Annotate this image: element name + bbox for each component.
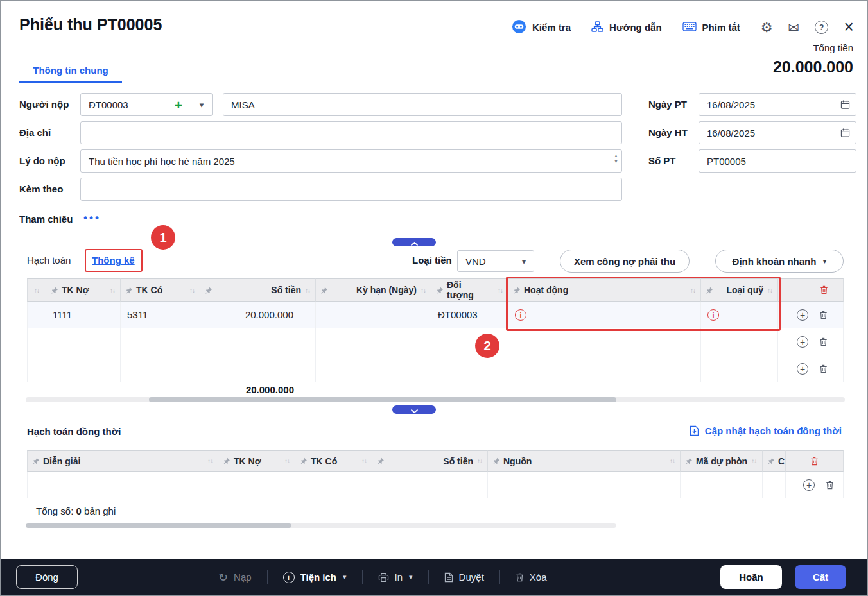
cell-doi-tuong[interactable] (431, 355, 508, 382)
header-cell-loai-quy[interactable]: Loại quỹ ↑↓ (701, 278, 778, 302)
reason-spinner[interactable]: ▲ ▼ (614, 153, 618, 164)
cell-tk-no[interactable] (46, 328, 121, 355)
cell-tk-co[interactable] (295, 472, 372, 498)
view-debt-button[interactable]: Xem công nợ phải thu (560, 250, 690, 273)
reload-button[interactable]: ↻ Nạp (218, 572, 252, 583)
cell-ma-du-phong[interactable] (681, 472, 763, 498)
cell-tk-co[interactable] (121, 355, 200, 382)
postpone-button[interactable]: Hoãn (720, 565, 782, 589)
calendar-icon[interactable] (840, 100, 850, 110)
add-row-icon[interactable]: + (797, 336, 808, 348)
cell-ky-han[interactable] (316, 328, 431, 355)
mail-icon[interactable]: ✉ (788, 21, 800, 34)
header-cell-ky-han[interactable]: Kỳ hạn (Ngày) ↑↓ (316, 278, 431, 302)
close-button[interactable]: Đóng (16, 565, 78, 589)
cell-tk-no[interactable]: 1111 (46, 302, 121, 328)
header-cell-so-tien[interactable]: Số tiền ↑↓ (372, 450, 488, 472)
close-icon[interactable]: × (844, 19, 854, 36)
pin-icon[interactable] (300, 457, 307, 464)
cell-hoat-dong[interactable]: i (508, 302, 701, 328)
cell-c[interactable] (763, 472, 786, 498)
cell-tk-co[interactable]: 5311 (121, 302, 200, 328)
payer-caret-icon[interactable]: ▾ (191, 93, 213, 116)
tab-thong-tin-chung[interactable]: Thông tin chung (19, 63, 122, 83)
warning-info-icon[interactable]: i (707, 309, 719, 321)
header-cell-tk-co[interactable]: TK Có ↑↓ (121, 278, 200, 302)
add-row-icon[interactable]: + (797, 309, 808, 321)
pin-icon[interactable] (768, 457, 774, 464)
cell-loai-quy[interactable]: i (701, 302, 778, 328)
receipt-no-input[interactable]: PT00005 (699, 149, 856, 173)
cell-loai-quy[interactable] (701, 355, 778, 382)
help-icon[interactable]: ? (815, 21, 828, 34)
print-button[interactable]: In ▾ (378, 572, 413, 583)
guide-button[interactable]: Hướng dẫn (591, 21, 662, 34)
save-button[interactable]: Cất (795, 565, 846, 589)
cell-drag[interactable] (27, 355, 46, 382)
cell-ky-han[interactable] (316, 302, 431, 328)
quick-entry-button[interactable]: Định khoản nhanh ▾ (715, 250, 844, 273)
pin-icon[interactable] (321, 287, 327, 294)
simultaneous-title-link[interactable]: Hạch toán đồng thời (27, 426, 121, 437)
pin-icon[interactable] (706, 287, 713, 294)
cell-tk-no[interactable] (218, 472, 295, 498)
header-cell-delete-all[interactable] (778, 278, 844, 302)
posting-date-input[interactable]: 16/08/2025 (699, 121, 856, 144)
gear-icon[interactable]: ⚙ (761, 21, 773, 34)
header-cell-tk-co[interactable]: TK Có ↑↓ (295, 450, 372, 472)
check-button[interactable]: Kiểm tra (512, 19, 571, 36)
add-payer-icon[interactable]: + (175, 98, 182, 112)
header-cell-c[interactable]: C (763, 450, 786, 472)
warning-info-icon[interactable]: i (515, 309, 526, 321)
pin-icon[interactable] (51, 287, 58, 294)
delete-button[interactable]: Xóa (516, 572, 547, 583)
attachment-input[interactable] (80, 178, 622, 201)
cell-so-tien[interactable]: 20.000.000 (200, 302, 316, 328)
header-cell-ma-du-phong[interactable]: Mã dự phòn ↑↓ (681, 450, 763, 472)
cell-hoat-dong[interactable] (508, 355, 701, 382)
add-row-icon[interactable]: + (797, 363, 808, 375)
pin-icon[interactable] (493, 457, 499, 464)
header-cell-tk-no[interactable]: TK Nợ ↑↓ (218, 450, 295, 472)
cell-tk-no[interactable] (46, 355, 121, 382)
utilities-button[interactable]: i Tiện ích ▾ (283, 572, 347, 583)
pin-icon[interactable] (126, 287, 132, 294)
cell-tk-co[interactable] (121, 328, 200, 355)
calendar-icon[interactable] (840, 128, 850, 138)
header-cell-doi-tuong[interactable]: Đối tượng ↑↓ (431, 278, 508, 302)
delete-row-icon[interactable] (819, 364, 828, 373)
tab-thong-ke[interactable]: Thống kê (92, 255, 135, 266)
pin-icon[interactable] (514, 287, 520, 294)
reason-input[interactable]: Thu tiền học phí học hè năm 2025 ▲ ▼ (80, 149, 622, 173)
cell-nguon[interactable] (488, 472, 681, 498)
spin-up-icon[interactable]: ▲ (614, 153, 618, 158)
delete-all-icon[interactable] (820, 285, 828, 294)
cell-so-tien[interactable] (200, 328, 316, 355)
pin-icon[interactable] (205, 287, 212, 294)
spin-down-icon[interactable]: ▼ (614, 159, 618, 164)
cell-ky-han[interactable] (316, 355, 431, 382)
approve-button[interactable]: Duyệt (444, 572, 484, 583)
reference-dots-button[interactable]: ••• (83, 212, 101, 225)
cell-drag[interactable] (27, 302, 46, 328)
pin-icon[interactable] (686, 457, 692, 464)
address-input[interactable] (80, 121, 622, 144)
delete-all-icon[interactable] (810, 457, 819, 466)
pin-icon[interactable] (33, 457, 39, 464)
pin-icon[interactable] (223, 457, 230, 464)
delete-row-icon[interactable] (819, 337, 828, 346)
cell-so-tien[interactable] (200, 355, 316, 382)
cell-doi-tuong[interactable]: ĐT00003 (431, 302, 508, 328)
currency-select[interactable]: VND ▾ (457, 250, 534, 272)
collapse-up-button[interactable] (392, 238, 436, 246)
pin-icon[interactable] (437, 287, 443, 294)
header-cell-hoat-dong[interactable]: Hoạt động ↑↓ (508, 278, 701, 302)
shortcut-button[interactable]: Phím tắt (682, 22, 740, 33)
cell-doi-tuong[interactable] (431, 328, 508, 355)
hscrollbar-thumb[interactable] (149, 397, 616, 402)
collapse-down-button[interactable] (392, 405, 436, 414)
payer-name-input[interactable]: MISA (223, 93, 622, 116)
cell-loai-quy[interactable] (701, 328, 778, 355)
update-simultaneous-link[interactable]: Cập nhật hạch toán đồng thời (690, 425, 842, 436)
header-cell-drag[interactable]: ↑↓ (27, 278, 46, 302)
